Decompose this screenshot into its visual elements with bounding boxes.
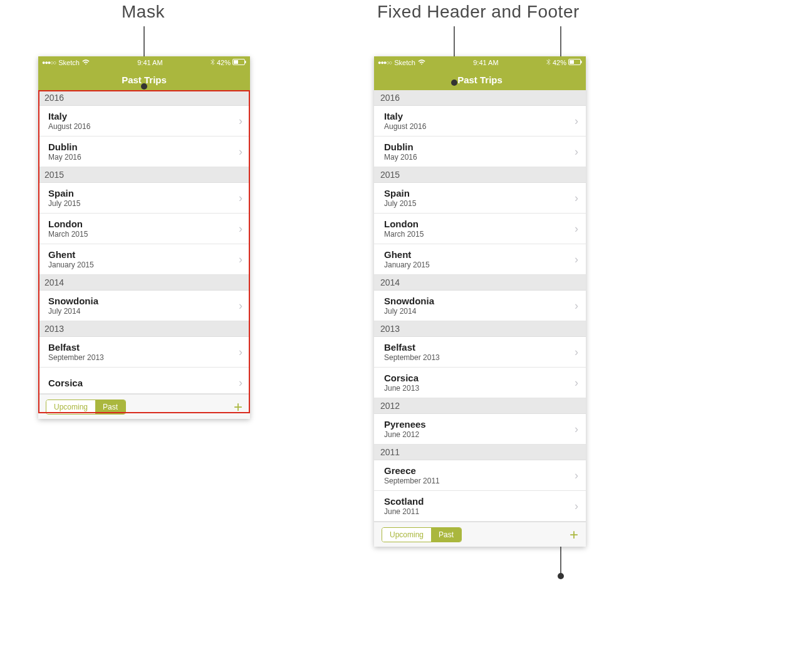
list-item[interactable]: DublinMay 2016› bbox=[374, 137, 586, 167]
list-item[interactable]: SpainJuly 2015› bbox=[374, 183, 586, 214]
trip-title: Dublin bbox=[384, 142, 417, 152]
chevron-right-icon: › bbox=[239, 253, 242, 266]
list-item[interactable]: BelfastSeptember 2013› bbox=[374, 337, 586, 368]
chevron-right-icon: › bbox=[575, 145, 578, 158]
list-item[interactable]: LondonMarch 2015› bbox=[38, 214, 250, 244]
trip-title: Ghent bbox=[48, 249, 94, 260]
nav-title: Past Trips bbox=[374, 69, 586, 90]
trip-title: Dublin bbox=[48, 142, 81, 152]
segment-upcoming[interactable]: Upcoming bbox=[382, 528, 431, 542]
list-item[interactable]: SpainJuly 2015› bbox=[38, 183, 250, 214]
add-button[interactable]: + bbox=[570, 526, 578, 544]
add-button[interactable]: + bbox=[234, 398, 242, 416]
year-section-header: 2012 bbox=[374, 398, 586, 414]
trip-title: Greece bbox=[384, 465, 440, 476]
trip-title: Italy bbox=[384, 111, 426, 121]
trip-title: Italy bbox=[48, 111, 90, 121]
chevron-right-icon: › bbox=[575, 222, 578, 235]
pointer-dot-mask bbox=[141, 83, 147, 90]
footer-toolbar: Upcoming Past + bbox=[38, 394, 250, 419]
svg-rect-7 bbox=[570, 60, 574, 64]
chevron-right-icon: › bbox=[239, 299, 242, 312]
list-item[interactable]: DublinMay 2016› bbox=[38, 137, 250, 167]
trips-list[interactable]: 2016ItalyAugust 2016›DublinMay 2016›2015… bbox=[374, 90, 586, 522]
list-item[interactable]: GhentJanuary 2015› bbox=[374, 244, 586, 275]
trip-subtitle: June 2012 bbox=[384, 430, 426, 439]
trip-subtitle: May 2016 bbox=[384, 153, 417, 162]
status-time: 9:41 AM bbox=[473, 59, 498, 66]
chevron-right-icon: › bbox=[239, 192, 242, 205]
trip-subtitle: August 2016 bbox=[384, 122, 426, 131]
year-section-header: 2014 bbox=[374, 275, 586, 291]
trip-subtitle: July 2015 bbox=[48, 199, 80, 208]
list-item[interactable]: LondonMarch 2015› bbox=[374, 214, 586, 244]
trip-title: London bbox=[48, 219, 88, 229]
year-section-header: 2016 bbox=[38, 90, 250, 106]
trip-subtitle: July 2014 bbox=[48, 307, 98, 316]
signal-dots-icon: ●●●○○ bbox=[42, 59, 56, 66]
trip-subtitle: September 2013 bbox=[384, 353, 440, 362]
chevron-right-icon: › bbox=[239, 145, 242, 158]
trip-title: Ghent bbox=[384, 249, 430, 260]
battery-icon bbox=[232, 59, 246, 66]
chevron-right-icon: › bbox=[239, 222, 242, 235]
trips-list[interactable]: 2016ItalyAugust 2016›DublinMay 2016›2015… bbox=[38, 90, 250, 394]
list-item[interactable]: GreeceSeptember 2011› bbox=[374, 460, 586, 491]
svg-rect-4 bbox=[234, 60, 238, 64]
footer-toolbar: Upcoming Past + bbox=[374, 522, 586, 547]
pointer-dot-header bbox=[451, 80, 457, 86]
trip-subtitle: January 2015 bbox=[384, 260, 430, 269]
trip-title: Belfast bbox=[384, 342, 440, 353]
trip-title: London bbox=[384, 219, 424, 229]
trip-title: Snowdonia bbox=[48, 296, 98, 306]
phone-fixed: ●●●○○ Sketch 9:41 AM 42% Past Trips 2016… bbox=[374, 56, 586, 547]
trip-title: Belfast bbox=[48, 342, 104, 353]
bluetooth-icon bbox=[546, 59, 551, 67]
trip-subtitle: March 2015 bbox=[384, 230, 424, 239]
list-item[interactable]: ItalyAugust 2016› bbox=[374, 106, 586, 137]
year-section-header: 2015 bbox=[374, 167, 586, 183]
status-time: 9:41 AM bbox=[137, 59, 162, 66]
segment-control: Upcoming Past bbox=[46, 400, 126, 415]
trip-subtitle: June 2013 bbox=[384, 384, 419, 393]
year-section-header: 2014 bbox=[38, 275, 250, 291]
chevron-right-icon: › bbox=[239, 115, 242, 128]
list-item[interactable]: ItalyAugust 2016› bbox=[38, 106, 250, 137]
list-item[interactable]: CorsicaJune 2013› bbox=[374, 368, 586, 398]
list-item[interactable]: PyreneesJune 2012› bbox=[374, 414, 586, 445]
list-item[interactable]: Corsica› bbox=[38, 368, 250, 394]
trip-subtitle: July 2015 bbox=[384, 199, 416, 208]
trip-title: Spain bbox=[48, 188, 80, 199]
list-item[interactable]: BelfastSeptember 2013› bbox=[38, 337, 250, 368]
segment-upcoming[interactable]: Upcoming bbox=[46, 400, 95, 414]
carrier-name: Sketch bbox=[394, 59, 415, 66]
battery-percent: 42% bbox=[553, 59, 566, 66]
bluetooth-icon bbox=[211, 59, 215, 67]
trip-subtitle: May 2016 bbox=[48, 153, 81, 162]
segment-past[interactable]: Past bbox=[431, 528, 461, 542]
trip-subtitle: August 2016 bbox=[48, 122, 90, 131]
year-section-header: 2013 bbox=[374, 321, 586, 337]
signal-dots-icon: ●●●○○ bbox=[378, 59, 392, 66]
chevron-right-icon: › bbox=[239, 376, 242, 389]
list-item[interactable]: ScotlandJune 2011› bbox=[374, 491, 586, 522]
list-item[interactable]: SnowdoniaJuly 2014› bbox=[374, 291, 586, 321]
trip-subtitle: September 2011 bbox=[384, 477, 440, 485]
trip-title: Spain bbox=[384, 188, 416, 199]
chevron-right-icon: › bbox=[575, 469, 578, 482]
wifi-icon bbox=[82, 59, 90, 66]
chevron-right-icon: › bbox=[575, 253, 578, 266]
carrier-name: Sketch bbox=[58, 59, 80, 66]
trip-title: Pyrenees bbox=[384, 419, 426, 430]
chevron-right-icon: › bbox=[575, 500, 578, 513]
list-item[interactable]: GhentJanuary 2015› bbox=[38, 244, 250, 275]
chevron-right-icon: › bbox=[575, 376, 578, 389]
fixed-label: Fixed Header and Footer bbox=[377, 2, 580, 22]
list-item[interactable]: SnowdoniaJuly 2014› bbox=[38, 291, 250, 321]
segment-control: Upcoming Past bbox=[382, 527, 462, 542]
segment-past[interactable]: Past bbox=[95, 400, 125, 414]
wifi-icon bbox=[418, 59, 425, 66]
status-bar: ●●●○○ Sketch 9:41 AM 42% bbox=[38, 56, 250, 69]
phone-mask: ●●●○○ Sketch 9:41 AM 42% Past Trips 2016… bbox=[38, 56, 250, 419]
status-bar: ●●●○○ Sketch 9:41 AM 42% bbox=[374, 56, 586, 69]
